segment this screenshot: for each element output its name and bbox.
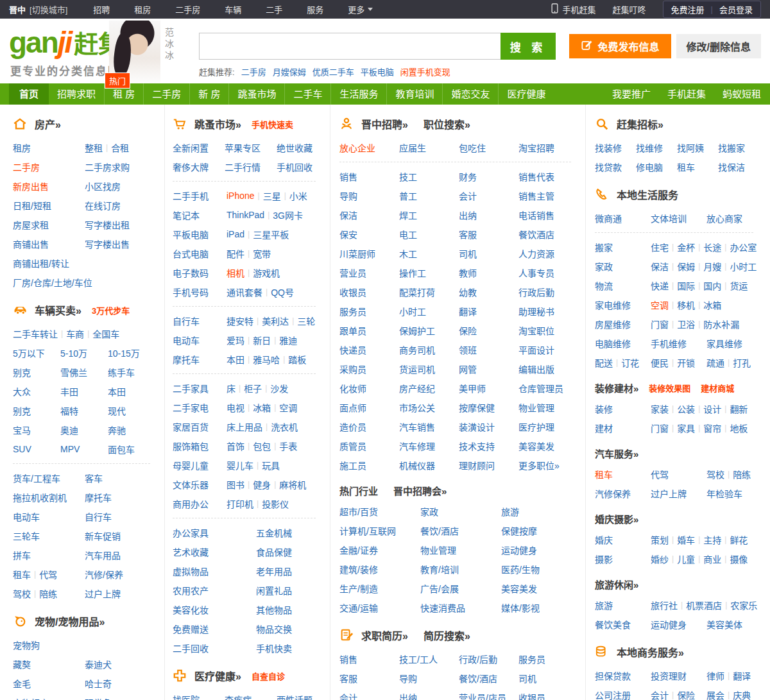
link[interactable]: 小时工 — [730, 260, 757, 273]
link[interactable]: 新房出售 — [13, 180, 49, 192]
nav-right-link[interactable]: 我要推广 — [612, 83, 651, 105]
link[interactable]: 家居百货 — [173, 420, 209, 433]
link[interactable]: 拖拉机收割机 — [13, 491, 67, 504]
link[interactable]: 主持 — [703, 533, 721, 546]
link[interactable]: 二手手机 — [173, 189, 209, 202]
link[interactable]: 床上用品 — [227, 420, 262, 433]
link[interactable]: 旅游 — [501, 505, 519, 518]
link[interactable]: 金融/证券 — [339, 543, 378, 556]
link[interactable]: 电动车 — [173, 334, 200, 346]
link[interactable]: 跟单员 — [339, 324, 366, 337]
link[interactable]: 运动健身 — [501, 543, 537, 556]
link[interactable]: 宽带 — [253, 247, 271, 260]
link[interactable]: 宠物狗 — [13, 638, 40, 651]
link[interactable]: 绝世收藏 — [277, 141, 312, 154]
link[interactable]: 国际 — [677, 279, 695, 292]
link[interactable]: 客车 — [85, 472, 103, 484]
link[interactable]: 助理秘书 — [518, 305, 554, 318]
topbar-link[interactable]: 招聘 — [93, 3, 110, 15]
link[interactable]: 木工 — [399, 247, 417, 260]
topbar-link[interactable]: 二手房 — [175, 3, 200, 15]
link[interactable]: 其他物品 — [256, 603, 292, 616]
link[interactable]: 餐饮/酒店 — [459, 672, 497, 685]
link[interactable]: 拼车 — [13, 549, 31, 561]
link[interactable]: 建材 — [595, 422, 613, 434]
recommend-link[interactable]: 平板电脑 — [361, 65, 394, 78]
link[interactable]: 窗帘 — [703, 422, 721, 434]
section-extra-link[interactable]: 手机快速卖 — [252, 118, 293, 130]
link[interactable]: 驾校 — [706, 468, 724, 481]
link[interactable]: 租车 — [677, 160, 695, 173]
link[interactable]: 找保洁 — [718, 160, 745, 173]
link[interactable]: 闲置礼品 — [256, 584, 292, 597]
link[interactable]: 电工 — [399, 228, 417, 241]
topbar-link[interactable]: 租房 — [134, 3, 151, 15]
link[interactable]: iPhone — [227, 191, 255, 201]
link[interactable]: 儿童 — [677, 552, 695, 565]
link[interactable]: 过户上牌 — [85, 587, 121, 600]
link[interactable]: 台式电脑 — [173, 247, 209, 260]
link[interactable]: 服务员 — [339, 305, 366, 318]
link[interactable]: 找医院 — [173, 693, 200, 700]
link[interactable]: 国内 — [703, 279, 721, 292]
link[interactable]: 商铺出租/转让 — [13, 257, 69, 269]
link[interactable]: 手机回收 — [277, 160, 312, 173]
link[interactable]: 母婴儿童 — [173, 459, 209, 472]
register-link[interactable]: 免费注册 — [671, 3, 705, 15]
link[interactable]: 家具 — [677, 422, 695, 434]
link[interactable]: 宝马 — [13, 423, 31, 436]
link[interactable]: 装潢设计 — [459, 420, 495, 433]
link[interactable]: 三轮车 — [13, 529, 40, 542]
link[interactable]: 虚拟物品 — [173, 565, 209, 577]
section-title-link[interactable]: 简历搜索» — [424, 627, 470, 643]
link[interactable]: 藏獒 — [13, 658, 31, 670]
link[interactable]: 质管员 — [339, 440, 366, 452]
recommend-link[interactable]: 月嫂保姆 — [273, 65, 306, 78]
search-input[interactable] — [199, 33, 501, 60]
link[interactable]: 保姆 — [677, 260, 695, 273]
link[interactable]: 农家乐 — [730, 599, 757, 611]
nav-item-新房[interactable]: 新 房 — [189, 83, 228, 105]
link[interactable]: 找维修 — [636, 141, 663, 154]
link[interactable]: 家政 — [420, 505, 438, 518]
link[interactable]: 更多职位» — [518, 459, 560, 472]
link[interactable]: 快递员 — [339, 343, 366, 356]
link[interactable]: 造价员 — [339, 420, 366, 433]
link[interactable]: 领班 — [459, 343, 477, 356]
section-extra-link[interactable]: 建材商城 — [701, 382, 734, 394]
link[interactable]: 陪练 — [39, 587, 57, 600]
link[interactable]: 货运 — [730, 279, 748, 292]
link[interactable]: 笔记本 — [173, 209, 200, 221]
link[interactable]: 餐饮美食 — [595, 618, 631, 631]
link[interactable]: 空调 — [651, 298, 669, 311]
link[interactable]: 婚纱 — [651, 552, 669, 565]
link[interactable]: 健身 — [253, 478, 271, 491]
link[interactable]: 二手家电 — [173, 401, 209, 414]
link[interactable]: 教师 — [459, 266, 477, 279]
link[interactable]: 通讯套餐 — [227, 286, 262, 298]
link[interactable]: 厂房/仓库/土地/车位 — [13, 276, 92, 289]
link[interactable]: 美容化妆 — [173, 603, 209, 616]
link[interactable]: 打孔 — [733, 356, 751, 369]
link[interactable]: 房屋维修 — [595, 318, 631, 330]
section-title[interactable]: 热门行业 — [339, 484, 378, 497]
link[interactable]: 客服 — [339, 672, 357, 685]
link[interactable]: 编辑出版 — [518, 363, 554, 375]
link[interactable]: 写字楼出租 — [85, 218, 130, 231]
section-title[interactable]: 晋中招聘» — [361, 116, 408, 132]
link[interactable]: 物业管理 — [518, 401, 554, 414]
link[interactable]: 农用农产 — [173, 584, 209, 597]
link[interactable]: 美利达 — [262, 314, 289, 327]
dingdong-link[interactable]: 赶集叮咚 — [613, 3, 646, 15]
link[interactable]: 手表 — [279, 440, 297, 452]
link[interactable]: 门窗 — [651, 318, 669, 330]
link[interactable]: 奢侈大牌 — [173, 160, 209, 173]
link[interactable]: 自行车 — [85, 510, 112, 523]
link[interactable]: 小区找房 — [85, 180, 121, 192]
section-title[interactable]: 婚庆摄影» — [595, 512, 638, 525]
link[interactable]: 翻新 — [730, 402, 748, 415]
link[interactable]: 快速消费品 — [420, 601, 465, 614]
link[interactable]: 美甲师 — [459, 382, 486, 395]
link[interactable]: 二手车转让 — [13, 327, 58, 340]
link[interactable]: 二手回收 — [173, 642, 209, 654]
